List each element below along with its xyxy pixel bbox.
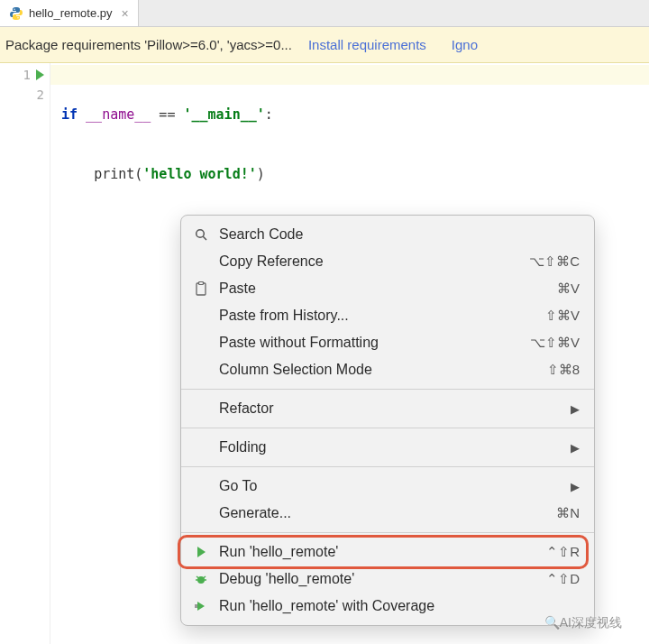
menu-shortcut: ⌘V (557, 281, 580, 297)
clipboard-icon (192, 281, 210, 296)
menu-paste[interactable]: Paste ⌘V (181, 275, 594, 302)
string-main: '__main__' (183, 106, 264, 123)
menu-shortcut: ⌥⇧⌘C (529, 253, 580, 270)
svg-point-0 (197, 230, 205, 238)
menu-label: Run 'hello_remote' with Coverage (219, 598, 580, 614)
svg-rect-3 (199, 282, 204, 285)
operator-eq: == (151, 106, 183, 123)
menu-shortcut: ⌃⇧D (546, 571, 580, 587)
menu-shortcut: ⌥⇧⌘V (530, 335, 580, 351)
menu-paste-history[interactable]: Paste from History... ⇧⌘V (181, 302, 594, 329)
menu-column-selection[interactable]: Column Selection Mode ⇧⌘8 (181, 356, 594, 383)
run-icon (192, 547, 210, 557)
menu-shortcut: ⌘N (556, 505, 580, 521)
gutter-line-2[interactable]: 2 (0, 85, 50, 105)
menu-label: Generate... (219, 505, 547, 521)
menu-generate[interactable]: Generate... ⌘N (181, 500, 594, 527)
menu-label: Debug 'hello_remote' (219, 571, 537, 587)
menu-refactor[interactable]: Refactor ▶ (181, 395, 594, 422)
menu-separator (181, 466, 594, 467)
tab-bar: hello_remote.py × (0, 0, 649, 27)
menu-shortcut: ⇧⌘V (545, 308, 580, 324)
menu-label: Folding (219, 439, 562, 455)
string-hello: 'hello world!' (142, 166, 256, 182)
banner-message: Package requirements 'Pillow>=6.0', 'yac… (5, 37, 292, 52)
menu-run[interactable]: Run 'hello_remote' ⌃⇧R (181, 538, 594, 566)
menu-shortcut: ⇧⌘8 (547, 362, 580, 378)
menu-label: Run 'hello_remote' (219, 544, 537, 560)
run-gutter-icon[interactable] (36, 69, 44, 80)
menu-label: Paste (219, 281, 548, 297)
coverage-icon (192, 599, 210, 613)
menu-label: Paste from History... (219, 308, 536, 324)
menu-label: Copy Reference (219, 253, 520, 270)
paren: ( (134, 166, 142, 182)
context-menu: Search Code Copy Reference ⌥⇧⌘C Paste ⌘V… (180, 215, 595, 626)
svg-rect-9 (195, 604, 197, 608)
menu-copy-reference[interactable]: Copy Reference ⌥⇧⌘C (181, 248, 594, 275)
colon: : (265, 106, 273, 123)
gutter-line-1[interactable]: 1 (0, 65, 50, 85)
python-file-icon (9, 6, 23, 21)
menu-debug[interactable]: Debug 'hello_remote' ⌃⇧D (181, 566, 594, 593)
menu-shortcut: ⌃⇧R (546, 544, 580, 560)
menu-separator (181, 532, 594, 533)
gutter: 1 2 (0, 63, 50, 644)
install-requirements-link[interactable]: Install requirements (308, 37, 426, 52)
menu-label: Search Code (219, 226, 580, 243)
call-print: print (94, 166, 134, 182)
identifier-name: __name__ (86, 106, 151, 123)
menu-label: Refactor (219, 400, 562, 417)
search-icon (192, 227, 210, 242)
menu-separator (181, 428, 594, 428)
chevron-right-icon: ▶ (571, 480, 580, 493)
menu-label: Go To (219, 478, 562, 494)
chevron-right-icon: ▶ (571, 402, 580, 416)
menu-go-to[interactable]: Go To ▶ (181, 473, 594, 500)
line-number: 1 (23, 68, 31, 82)
file-tab[interactable]: hello_remote.py × (0, 0, 139, 26)
menu-run-coverage[interactable]: Run 'hello_remote' with Coverage (181, 593, 594, 620)
menu-folding[interactable]: Folding ▶ (181, 434, 594, 461)
tab-filename: hello_remote.py (29, 6, 113, 20)
keyword-if: if (61, 106, 78, 123)
ignore-requirements-link[interactable]: Igno (452, 37, 478, 52)
debug-icon (192, 572, 210, 586)
menu-search-code[interactable]: Search Code (181, 221, 594, 248)
svg-line-7 (197, 576, 199, 578)
menu-separator (181, 389, 594, 390)
menu-label: Column Selection Mode (219, 362, 538, 378)
menu-paste-without-formatting[interactable]: Paste without Formatting ⌥⇧⌘V (181, 329, 594, 356)
svg-line-8 (204, 576, 206, 578)
close-icon[interactable]: × (122, 6, 129, 21)
menu-label: Paste without Formatting (219, 335, 521, 351)
paren: ) (257, 166, 265, 182)
line-number: 2 (37, 87, 44, 102)
requirements-banner: Package requirements 'Pillow>=6.0', 'yac… (0, 27, 649, 63)
svg-line-1 (203, 236, 206, 240)
chevron-right-icon: ▶ (571, 441, 580, 455)
